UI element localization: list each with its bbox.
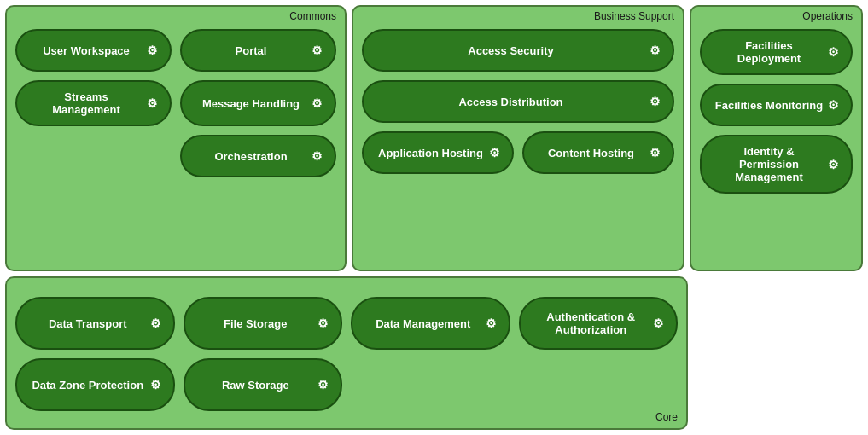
data-transport-chip[interactable]: Data Transport ⚙ xyxy=(15,297,175,350)
access-distribution-label: Access Distribution xyxy=(376,96,646,108)
identity-permission-management-label: Identity & Permission Management xyxy=(714,145,824,183)
facilities-monitoring-chip[interactable]: Facilities Monitoring ⚙ xyxy=(700,84,853,126)
message-handling-label: Message Handling xyxy=(194,97,308,110)
message-handling-chip[interactable]: Message Handling ⚙ xyxy=(180,80,336,126)
authentication-authorization-chip[interactable]: Authentication & Authorization ⚙ xyxy=(519,297,679,350)
business-support-label: Business Support xyxy=(594,10,674,22)
facilities-monitoring-label: Facilities Monitoring xyxy=(714,99,824,112)
access-distribution-chip[interactable]: Access Distribution ⚙ xyxy=(362,80,674,123)
operations-label: Operations xyxy=(802,10,853,22)
core-grid: Data Transport ⚙ File Storage ⚙ Data Man… xyxy=(15,297,678,411)
commons-grid: User Workspace ⚙ Portal ⚙ Streams Manage… xyxy=(15,26,336,177)
content-hosting-label: Content Hosting xyxy=(536,147,646,160)
facilities-deployment-chip[interactable]: Facilities Deployment ⚙ xyxy=(700,29,853,75)
bs-grid: Access Security ⚙ Access Distribution ⚙ … xyxy=(362,26,674,174)
data-management-icon: ⚙ xyxy=(486,316,497,330)
content-hosting-icon: ⚙ xyxy=(650,146,661,160)
bs-row-1: Access Security ⚙ xyxy=(362,29,674,72)
business-support-section: Business Support Access Security ⚙ Acces… xyxy=(352,5,684,271)
data-transport-label: Data Transport xyxy=(29,317,147,330)
user-workspace-chip[interactable]: User Workspace ⚙ xyxy=(15,29,172,72)
data-management-chip[interactable]: Data Management ⚙ xyxy=(351,297,510,350)
application-hosting-chip[interactable]: Application Hosting ⚙ xyxy=(362,131,514,174)
top-row: Commons User Workspace ⚙ Portal ⚙ Stream… xyxy=(5,5,863,271)
streams-management-label: Streams Management xyxy=(29,90,143,116)
application-hosting-icon: ⚙ xyxy=(489,146,500,160)
streams-management-icon: ⚙ xyxy=(147,96,158,110)
facilities-deployment-label: Facilities Deployment xyxy=(714,39,824,65)
portal-icon: ⚙ xyxy=(312,44,323,57)
portal-chip[interactable]: Portal ⚙ xyxy=(180,29,336,72)
raw-storage-chip[interactable]: Raw Storage ⚙ xyxy=(184,358,343,411)
file-storage-chip[interactable]: File Storage ⚙ xyxy=(184,297,343,350)
data-zone-protection-label: Data Zone Protection xyxy=(29,379,147,392)
access-security-chip[interactable]: Access Security ⚙ xyxy=(362,29,674,72)
streams-management-chip[interactable]: Streams Management ⚙ xyxy=(15,80,172,126)
portal-label: Portal xyxy=(194,44,308,57)
authentication-authorization-label: Authentication & Authorization xyxy=(533,310,650,336)
main-container: Commons User Workspace ⚙ Portal ⚙ Stream… xyxy=(0,0,868,435)
identity-permission-management-icon: ⚙ xyxy=(828,158,839,171)
raw-storage-label: Raw Storage xyxy=(197,379,315,392)
data-transport-icon: ⚙ xyxy=(150,316,161,330)
ops-grid: Facilities Deployment ⚙ Facilities Monit… xyxy=(700,26,853,194)
orchestration-label: Orchestration xyxy=(194,150,308,163)
commons-label: Commons xyxy=(289,10,336,22)
data-zone-protection-chip[interactable]: Data Zone Protection ⚙ xyxy=(15,358,175,411)
message-handling-icon: ⚙ xyxy=(312,96,323,110)
orchestration-chip[interactable]: Orchestration ⚙ xyxy=(180,135,336,177)
access-distribution-icon: ⚙ xyxy=(650,95,661,108)
authentication-authorization-icon: ⚙ xyxy=(653,316,664,330)
data-zone-protection-icon: ⚙ xyxy=(150,378,161,392)
bs-row-2: Access Distribution ⚙ xyxy=(362,80,674,123)
identity-permission-management-chip[interactable]: Identity & Permission Management ⚙ xyxy=(700,135,853,194)
facilities-deployment-icon: ⚙ xyxy=(828,45,839,59)
access-security-label: Access Security xyxy=(376,44,646,57)
application-hosting-label: Application Hosting xyxy=(376,147,486,160)
bs-row-3: Application Hosting ⚙ Content Hosting ⚙ xyxy=(362,131,674,174)
user-workspace-icon: ⚙ xyxy=(147,44,158,57)
content-hosting-chip[interactable]: Content Hosting ⚙ xyxy=(522,131,674,174)
file-storage-label: File Storage xyxy=(197,317,315,330)
facilities-monitoring-icon: ⚙ xyxy=(828,98,839,112)
access-security-icon: ⚙ xyxy=(650,44,661,57)
file-storage-icon: ⚙ xyxy=(317,316,329,330)
operations-section: Operations Facilities Deployment ⚙ Facil… xyxy=(690,5,863,271)
commons-section: Commons User Workspace ⚙ Portal ⚙ Stream… xyxy=(5,5,347,271)
data-management-label: Data Management xyxy=(364,317,482,330)
user-workspace-label: User Workspace xyxy=(29,44,143,57)
raw-storage-icon: ⚙ xyxy=(317,378,329,392)
core-section: Core Data Transport ⚙ File Storage ⚙ Dat… xyxy=(5,276,688,430)
bottom-row: Core Data Transport ⚙ File Storage ⚙ Dat… xyxy=(5,276,863,430)
orchestration-icon: ⚙ xyxy=(312,149,323,163)
core-label: Core xyxy=(655,411,678,423)
